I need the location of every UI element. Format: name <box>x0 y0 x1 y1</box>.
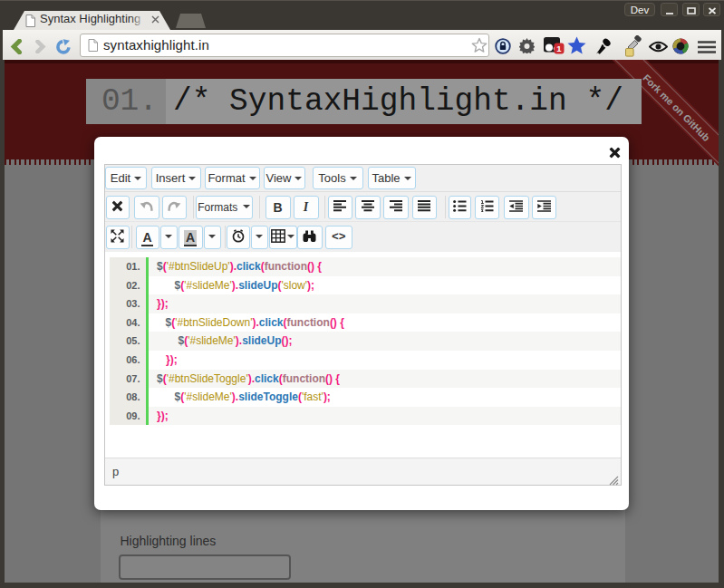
svg-text:1: 1 <box>556 43 562 53</box>
